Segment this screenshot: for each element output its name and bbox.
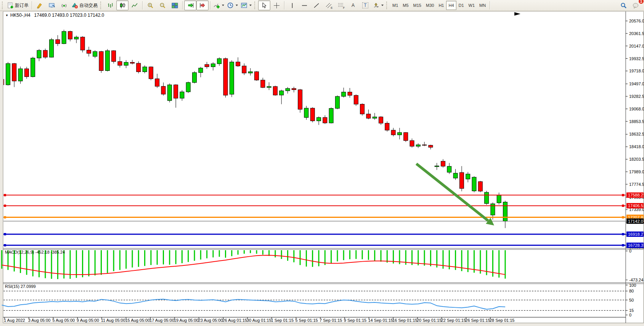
candle-body <box>242 66 246 73</box>
label-button[interactable]: T <box>359 0 371 10</box>
toolbar-grip[interactable] <box>254 2 257 9</box>
timeframe-group: M1M5M15M30H1H4D1W1MN <box>390 1 488 10</box>
time-tick-label: 15 Aug 05:00 <box>125 318 150 323</box>
rsi-axis-label: 50 <box>629 298 634 302</box>
line-handle <box>4 233 6 235</box>
candle-body <box>118 62 122 66</box>
horizontal-line-icon <box>301 2 308 9</box>
cursor-button[interactable] <box>258 0 270 10</box>
templates-button[interactable] <box>239 0 253 10</box>
candle-body <box>354 95 358 104</box>
search-button[interactable] <box>617 0 630 10</box>
tile-windows-button[interactable] <box>169 0 181 10</box>
candle-body <box>105 51 109 70</box>
candle-body <box>366 114 371 118</box>
channel-button[interactable]: E <box>323 0 335 10</box>
candle-body <box>43 50 47 57</box>
timeframe-h1[interactable]: H1 <box>436 1 446 10</box>
channel-icon: E <box>326 2 332 9</box>
chart-ohlc-values: 17469.0 17493.0 17023.0 17142.0 <box>34 13 104 18</box>
price-tick-label: 19068.0 <box>629 107 644 111</box>
timeframe-h4[interactable]: H4 <box>446 1 456 10</box>
new-order-button[interactable]: 新订单 <box>6 0 30 10</box>
timeframe-d1[interactable]: D1 <box>456 1 466 10</box>
candle-body <box>385 123 389 130</box>
candle-body <box>248 72 252 73</box>
timeframe-mn[interactable]: MN <box>477 1 488 10</box>
zoom-out-button[interactable] <box>156 0 169 10</box>
fibo-sub-label: F <box>343 6 345 10</box>
line-chart-button[interactable] <box>128 0 141 10</box>
candle-body <box>335 96 339 109</box>
separator <box>284 1 284 10</box>
rsi-axis-label: 0 <box>629 313 631 317</box>
price-tick-label: 19497.0 <box>629 82 644 86</box>
auto-scroll-button[interactable] <box>184 0 196 10</box>
candle-body <box>441 161 445 166</box>
templates-icon <box>241 2 247 9</box>
zoom-in-icon <box>147 2 154 9</box>
crosshair-icon <box>273 2 280 9</box>
macd-indicator-label: MACD(12,26,9) -452.18 -385.24 <box>5 250 65 254</box>
crayon-button[interactable] <box>34 0 46 10</box>
periods-button[interactable] <box>226 0 239 10</box>
line-handle <box>4 216 6 219</box>
line-handle <box>622 205 624 207</box>
bar-chart-button[interactable] <box>104 0 116 10</box>
candle-body <box>329 109 333 123</box>
rsi-axis-label: 15 <box>629 308 634 313</box>
toolbar-grip[interactable] <box>2 2 5 9</box>
candle-body <box>161 86 165 94</box>
candlestick-button[interactable] <box>116 0 128 10</box>
horizontal-line-button[interactable] <box>298 0 310 10</box>
text-button[interactable]: A <box>347 0 359 10</box>
shapes-button[interactable] <box>371 0 385 10</box>
zoom-in-button[interactable] <box>144 0 156 10</box>
indicators-icon <box>214 2 220 9</box>
price-tick-label: 18853.5 <box>629 119 644 124</box>
chart-shift-icon <box>199 2 206 9</box>
price-tick-label: 17989.0 <box>629 169 644 174</box>
timeframe-w1[interactable]: W1 <box>466 1 477 10</box>
notification-badge: 1 <box>639 0 644 4</box>
terminal-window: 新订单 自动交易 <box>0 0 644 326</box>
timeframe-m15[interactable]: M15 <box>411 1 424 10</box>
candle-body <box>416 145 420 146</box>
timeframe-m5[interactable]: M5 <box>400 1 411 10</box>
bar-chart-icon <box>107 2 114 9</box>
macd-axis-label: 0 <box>629 249 631 253</box>
signals-button[interactable] <box>58 0 70 10</box>
candle-body <box>273 86 277 95</box>
signals-icon <box>61 2 67 9</box>
separator <box>142 1 143 10</box>
candle-body <box>112 51 116 61</box>
autotrading-button[interactable]: 自动交易 <box>70 0 99 10</box>
chat-button[interactable]: 1 <box>630 0 642 10</box>
separator <box>490 1 490 10</box>
vertical-line-button[interactable] <box>286 0 298 10</box>
candle-body <box>12 64 16 81</box>
timeframe-m1[interactable]: M1 <box>390 1 400 10</box>
toolbar-grip[interactable] <box>100 2 103 9</box>
fibonacci-button[interactable]: F <box>335 0 347 10</box>
chevron-down-icon <box>381 5 384 6</box>
trendline-button[interactable] <box>310 0 323 10</box>
candle-body <box>373 117 377 118</box>
candle-body <box>93 51 97 56</box>
candle-body <box>397 133 401 135</box>
candle-body <box>267 86 271 88</box>
toolbar-grip[interactable] <box>386 2 389 9</box>
indicators-button[interactable] <box>212 0 226 10</box>
label-icon: T <box>362 2 368 8</box>
macd-axis-label: -473.24 <box>629 278 643 282</box>
candle-body <box>447 166 451 173</box>
publisher-button[interactable] <box>46 0 58 10</box>
chart-shift-button[interactable] <box>196 0 209 10</box>
crosshair-button[interactable] <box>270 0 283 10</box>
candle-body <box>342 92 346 96</box>
timeframe-m30[interactable]: M30 <box>424 1 436 10</box>
collapse-caret-icon[interactable]: ▼ <box>5 14 8 17</box>
rsi-axis-label: 100 <box>629 283 636 288</box>
time-tick-label: 17 Aug 05:00 <box>149 318 174 323</box>
price-chart[interactable]: 20576.020361.520147.019932.519718.019497… <box>0 11 644 326</box>
